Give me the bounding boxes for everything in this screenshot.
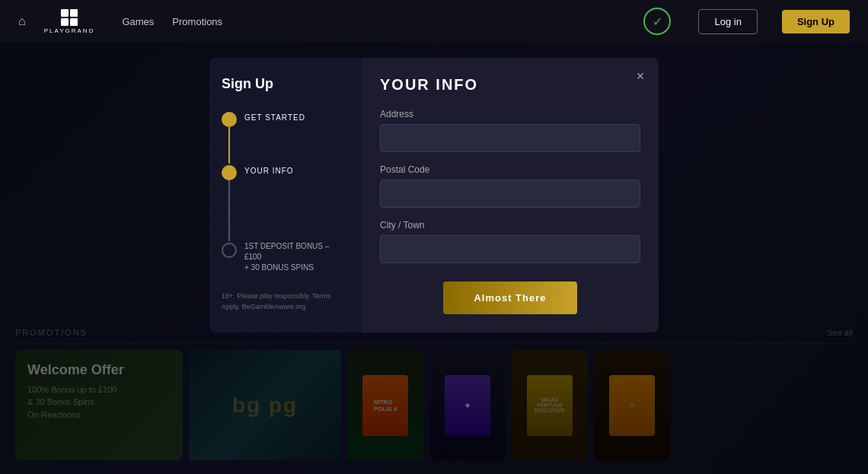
city-town-input[interactable] [380, 235, 640, 263]
home-link[interactable]: ⌂ [18, 14, 26, 28]
almost-there-button[interactable]: Almost There [443, 282, 576, 314]
city-town-field-group: City / Town [380, 220, 640, 263]
step1-connector [228, 127, 230, 164]
step2-circle [222, 165, 237, 180]
close-button[interactable]: × [631, 67, 649, 85]
address-label: Address [380, 109, 640, 119]
step3-circle [222, 243, 237, 258]
form-section-title: YOUR INFO [380, 76, 640, 94]
postal-code-label: Postal Code [380, 164, 640, 175]
step3-label: 1ST DEPOSIT BONUS – £100 + 30 BONUS SPIN… [244, 241, 329, 273]
modal-form-area: YOUR INFO Address Postal Code City / Tow… [362, 58, 659, 332]
navbar: ⌂ PLAYGRAND Games Promotions ✓ Log in Si… [0, 0, 868, 43]
step2-label: YOUR INFO [244, 164, 294, 176]
step2-connector [228, 180, 230, 241]
steps-wrapper: GET STARTED YOUR INFO [222, 110, 349, 273]
shield-checkmark: ✓ [653, 14, 662, 29]
logo-text: PLAYGRAND [44, 27, 95, 34]
postal-code-input[interactable] [380, 180, 640, 208]
step1-label: GET STARTED [244, 110, 305, 122]
signup-modal: × Sign Up GET STARTED [209, 58, 659, 332]
modal-overlay: × Sign Up GET STARTED [0, 43, 868, 474]
responsible-gambling-icon[interactable]: ✓ [643, 8, 671, 35]
site-logo: PLAYGRAND [44, 9, 95, 34]
signup-button[interactable]: Sign Up [782, 10, 850, 33]
terms-note: 18+. Please play responsibly. Terms Appl… [222, 291, 349, 312]
step1-circle [222, 112, 237, 127]
modal-sidebar: Sign Up GET STARTED [209, 58, 362, 332]
modal-title: Sign Up [222, 76, 349, 92]
login-button[interactable]: Log in [698, 9, 757, 34]
address-field-group: Address [380, 109, 640, 152]
background-content: PROMOTIONS See all Welcome Offer 100% Bo… [0, 43, 868, 474]
promotions-nav-link[interactable]: Promotions [172, 16, 222, 27]
games-nav-link[interactable]: Games [122, 16, 154, 27]
home-icon: ⌂ [18, 14, 26, 27]
postal-code-field-group: Postal Code [380, 164, 640, 208]
city-town-label: City / Town [380, 220, 640, 231]
address-input[interactable] [380, 124, 640, 152]
